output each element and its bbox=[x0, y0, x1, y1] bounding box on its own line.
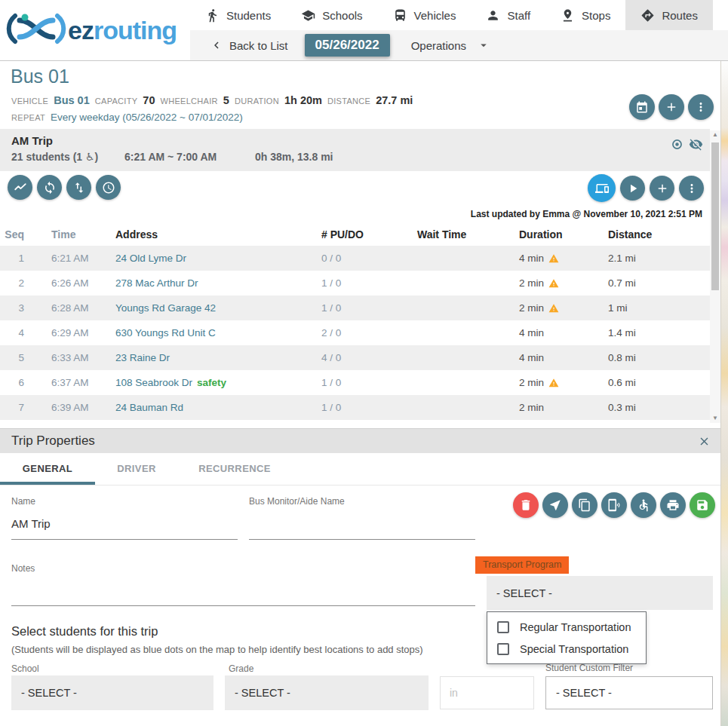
stop-duration-text: 4 min bbox=[519, 352, 544, 363]
stop-address[interactable]: Youngs Rd Garage 42 bbox=[106, 302, 312, 314]
play-trip-button[interactable] bbox=[620, 176, 645, 201]
nav-vehicles[interactable]: Vehicles bbox=[378, 0, 472, 30]
route-more-button[interactable] bbox=[688, 94, 714, 120]
special-transportation-checkbox[interactable] bbox=[497, 643, 509, 655]
student-custom-filter-select[interactable]: - SELECT - bbox=[545, 676, 713, 709]
stop-row[interactable]: 4 6:29 AM 630 Youngs Rd Unit C 2 / 0 4 m… bbox=[0, 320, 710, 345]
trip-more-button[interactable] bbox=[679, 176, 704, 201]
reorder-stops-button[interactable] bbox=[66, 175, 91, 200]
stop-time: 6:21 AM bbox=[42, 253, 106, 264]
operations-label: Operations bbox=[411, 39, 466, 52]
wheelchair-label: WHEELCHAIR bbox=[161, 96, 218, 106]
scroll-up-arrow[interactable]: ▲ bbox=[710, 130, 720, 139]
stop-address[interactable]: 630 Youngs Rd Unit C bbox=[106, 327, 312, 338]
back-to-list-button[interactable]: Back to List bbox=[210, 38, 288, 52]
stop-row[interactable]: 6 6:37 AM 108 Seabrook Drsafety 1 / 0 2 … bbox=[0, 370, 710, 395]
school-select[interactable]: - SELECT - bbox=[11, 675, 213, 710]
optimize-route-button[interactable] bbox=[8, 175, 32, 200]
route-header: Bus 01 VEHICLE Bus 01 CAPACITY 70 WHEELC… bbox=[0, 61, 720, 129]
stop-row[interactable]: 3 6:28 AM Youngs Rd Garage 42 1 / 0 2 mi… bbox=[0, 296, 710, 320]
nav-staff[interactable]: Staff bbox=[471, 0, 545, 30]
add-trip-button[interactable] bbox=[659, 94, 684, 120]
copy-trip-button[interactable] bbox=[572, 492, 597, 518]
regular-transportation-checkbox[interactable] bbox=[497, 621, 509, 633]
bus-monitor-input[interactable] bbox=[249, 517, 475, 540]
option-special-transportation[interactable]: Special Transportation bbox=[487, 638, 646, 660]
stop-seq: 4 bbox=[0, 327, 42, 338]
distance-value: 27.7 mi bbox=[376, 94, 413, 106]
brand-logo[interactable]: ezrouting bbox=[0, 0, 190, 60]
stop-distance: 0.3 mi bbox=[599, 402, 710, 413]
transport-program-select[interactable]: - SELECT - bbox=[487, 576, 713, 610]
stop-row[interactable]: 7 6:39 AM 24 Bauman Rd 1 / 0 2 min 0.3 m… bbox=[0, 395, 710, 420]
stop-pudo: 2 / 0 bbox=[312, 327, 408, 338]
stop-address[interactable]: 278 Mac Arthur Dr bbox=[106, 277, 312, 289]
stop-row[interactable]: 2 6:26 AM 278 Mac Arthur Dr 1 / 0 2 min … bbox=[0, 271, 710, 296]
repeat-value[interactable]: Every weekday (05/26/2022 ~ 07/01/2022) bbox=[51, 112, 243, 123]
stop-address-link[interactable]: 630 Youngs Rd Unit C bbox=[115, 327, 216, 338]
trip-name-input[interactable] bbox=[11, 517, 238, 540]
add-stop-button[interactable] bbox=[650, 176, 674, 201]
mobile-notify-button[interactable] bbox=[601, 492, 627, 518]
wheelchair-button[interactable] bbox=[631, 492, 656, 518]
notes-input[interactable] bbox=[11, 580, 475, 606]
stops-scrollbar[interactable]: ▲ ▼ bbox=[710, 130, 720, 423]
nav-stops[interactable]: Stops bbox=[545, 0, 625, 30]
navigation-arrow-icon bbox=[548, 498, 562, 512]
stop-address-link[interactable]: Youngs Rd Garage 42 bbox=[115, 302, 216, 314]
nav-students[interactable]: Students bbox=[190, 0, 286, 30]
calendar-button[interactable] bbox=[629, 94, 655, 120]
stop-address-link[interactable]: 24 Old Lyme Dr bbox=[115, 253, 186, 264]
stop-address-link[interactable]: 278 Mac Arthur Dr bbox=[115, 277, 198, 289]
tab-driver[interactable]: DRIVER bbox=[95, 453, 178, 485]
recalculate-button[interactable] bbox=[37, 175, 62, 200]
wheelchair-value: 5 bbox=[223, 94, 229, 106]
adjust-times-button[interactable] bbox=[96, 175, 121, 200]
stop-time: 6:28 AM bbox=[42, 302, 106, 314]
grade-select[interactable]: - SELECT - bbox=[225, 675, 429, 710]
devices-button[interactable] bbox=[588, 174, 616, 202]
operations-dropdown[interactable]: Operations bbox=[411, 38, 490, 52]
stop-row[interactable]: 5 6:33 AM 23 Raine Dr 4 / 0 4 min 0.8 mi bbox=[0, 345, 710, 370]
scrollbar-thumb[interactable] bbox=[711, 142, 719, 290]
date-button[interactable]: 05/26/2022 bbox=[305, 34, 390, 57]
save-button[interactable] bbox=[690, 492, 715, 518]
stop-address[interactable]: 108 Seabrook Drsafety bbox=[106, 377, 312, 388]
vehicle-value[interactable]: Bus 01 bbox=[54, 94, 90, 106]
special-transportation-label: Special Transportation bbox=[520, 643, 628, 655]
nav-staff-label: Staff bbox=[507, 9, 530, 22]
warning-icon bbox=[548, 278, 559, 289]
stop-address-link[interactable]: 24 Bauman Rd bbox=[115, 402, 183, 413]
eye-off-icon[interactable] bbox=[689, 137, 703, 152]
stop-distance: 1.4 mi bbox=[599, 327, 710, 338]
delete-trip-button[interactable] bbox=[513, 492, 539, 518]
devices-icon bbox=[595, 182, 609, 195]
stop-address-link[interactable]: 23 Raine Dr bbox=[115, 352, 170, 363]
stop-time: 6:39 AM bbox=[42, 402, 106, 413]
general-form: Name Bus Monitor/Aide Name Notes Transpo… bbox=[0, 486, 720, 726]
option-regular-transportation[interactable]: Regular Transportation bbox=[487, 616, 646, 638]
stop-duration: 2 min bbox=[510, 277, 599, 289]
stop-address[interactable]: 23 Raine Dr bbox=[106, 352, 312, 363]
stop-address[interactable]: 24 Bauman Rd bbox=[106, 402, 312, 413]
stop-address[interactable]: 24 Old Lyme Dr bbox=[106, 253, 312, 264]
map-strip[interactable] bbox=[720, 61, 728, 726]
tab-general[interactable]: GENERAL bbox=[0, 453, 95, 485]
nav-routes[interactable]: Routes bbox=[625, 0, 713, 30]
walk-icon bbox=[205, 8, 220, 23]
navigate-button[interactable] bbox=[542, 492, 568, 518]
stop-seq: 3 bbox=[0, 302, 42, 314]
stop-row[interactable]: 1 6:21 AM 24 Old Lyme Dr 0 / 0 4 min 2.1… bbox=[0, 246, 710, 271]
tab-recurrence[interactable]: RECURRENCE bbox=[178, 453, 291, 485]
close-icon[interactable] bbox=[698, 435, 711, 448]
stops-table-body: 1 6:21 AM 24 Old Lyme Dr 0 / 0 4 min 2.1… bbox=[0, 246, 710, 420]
vehicle-label: VEHICLE bbox=[11, 96, 48, 106]
nav-schools[interactable]: Schools bbox=[286, 0, 377, 30]
trip-properties-bar: Trip Properties bbox=[0, 428, 720, 453]
scroll-down-arrow[interactable]: ▼ bbox=[710, 414, 720, 423]
school-icon bbox=[301, 8, 315, 23]
grade-in-input[interactable] bbox=[440, 676, 534, 709]
stop-address-link[interactable]: 108 Seabrook Dr bbox=[115, 377, 192, 388]
print-button[interactable] bbox=[660, 492, 686, 518]
locate-target-icon[interactable] bbox=[670, 137, 684, 152]
